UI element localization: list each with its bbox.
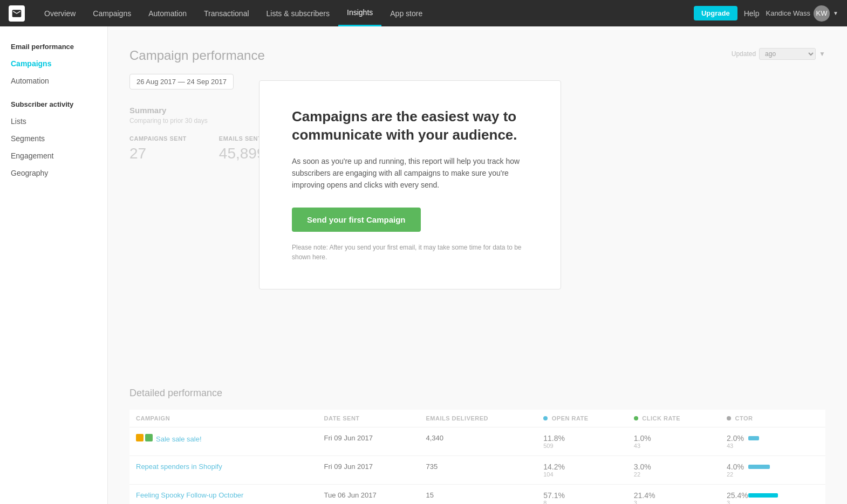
col-open-rate: OPEN RATE bbox=[537, 410, 627, 427]
campaign-name-link[interactable]: Repeat spenders in Shopify bbox=[136, 462, 222, 471]
nav-links: Overview Campaigns Automation Transactio… bbox=[36, 0, 694, 26]
td-date-sent: Fri 09 Jun 2017 bbox=[318, 427, 420, 456]
nav-lists-subscribers[interactable]: Lists & subscribers bbox=[258, 0, 338, 26]
col-ctor: CTOR bbox=[720, 410, 825, 427]
table-row: Feeling Spooky Follow-up OctoberTue 06 J… bbox=[129, 485, 825, 505]
campaign-type-icon bbox=[145, 434, 153, 441]
sidebar-item-lists[interactable]: Lists bbox=[0, 113, 107, 130]
click-rate-icon bbox=[634, 416, 638, 420]
sidebar-item-geography[interactable]: Geography bbox=[0, 164, 107, 182]
td-ctor: 25.4% 3 bbox=[720, 485, 825, 505]
nav-automation[interactable]: Automation bbox=[140, 0, 195, 26]
ctor-bar bbox=[748, 436, 759, 440]
table-body: Sale sale sale!Fri 09 Jun 20174,34011.8%… bbox=[129, 427, 825, 505]
user-avatar: KW bbox=[814, 5, 830, 22]
sidebar-section-subscriber-activity: Subscriber activity bbox=[0, 100, 107, 113]
updated-label: Updated bbox=[732, 50, 756, 58]
main-wrapper: Email performance Campaigns Automation S… bbox=[0, 26, 847, 504]
campaign-name-link[interactable]: Feeling Spooky Follow-up October bbox=[136, 491, 243, 499]
td-click-rate: 3.0%22 bbox=[627, 456, 720, 485]
td-campaign: Repeat spenders in Shopify bbox=[129, 456, 318, 485]
chevron-down-icon: ▼ bbox=[819, 50, 825, 58]
ctor-bar bbox=[748, 465, 770, 469]
table-row: Repeat spenders in ShopifyFri 09 Jun 201… bbox=[129, 456, 825, 485]
td-emails-delivered: 15 bbox=[419, 485, 537, 505]
updated-badge: Updated ago 1 hour ago 24 hours ago ▼ bbox=[732, 48, 825, 60]
sidebar-item-engagement[interactable]: Engagement bbox=[0, 147, 107, 164]
td-emails-delivered: 4,340 bbox=[419, 427, 537, 456]
stat-label-emails-sent: EMAILS SENT bbox=[219, 135, 265, 142]
modal-body: As soon as you're up and running, this r… bbox=[292, 155, 528, 191]
td-click-rate: 1.0%43 bbox=[627, 427, 720, 456]
main-content: Updated ago 1 hour ago 24 hours ago ▼ Ca… bbox=[108, 26, 847, 504]
col-campaign: CAMPAIGN bbox=[129, 410, 318, 427]
nav-campaigns[interactable]: Campaigns bbox=[84, 0, 140, 26]
stat-value-emails-sent: 45,899 bbox=[219, 145, 265, 162]
ctor-bar bbox=[748, 493, 778, 498]
td-click-rate: 21.4%3 bbox=[627, 485, 720, 505]
updated-select[interactable]: ago 1 hour ago 24 hours ago bbox=[759, 48, 816, 60]
campaign-promo-modal: Campaigns are the easiest way to communi… bbox=[259, 80, 561, 289]
td-date-sent: Tue 06 Jun 2017 bbox=[318, 485, 420, 505]
sidebar-item-campaigns[interactable]: Campaigns bbox=[0, 55, 107, 72]
sidebar-divider bbox=[0, 89, 107, 100]
date-range-picker[interactable]: 26 Aug 2017 — 24 Sep 2017 bbox=[129, 74, 234, 89]
modal-heading: Campaigns are the easiest way to communi… bbox=[292, 108, 528, 144]
open-rate-icon bbox=[543, 416, 548, 420]
stat-campaigns-sent: CAMPAIGNS SENT 27 bbox=[129, 135, 187, 172]
td-ctor: 2.0% 43 bbox=[720, 427, 825, 456]
modal-note: Please note: After you send your first e… bbox=[292, 243, 528, 262]
campaign-name-link[interactable]: Sale sale sale! bbox=[156, 435, 202, 443]
col-click-rate: CLICK RATE bbox=[627, 410, 720, 427]
td-emails-delivered: 735 bbox=[419, 456, 537, 485]
user-menu-chevron: ▼ bbox=[833, 10, 838, 16]
td-date-sent: Fri 09 Jun 2017 bbox=[318, 456, 420, 485]
upgrade-button[interactable]: Upgrade bbox=[694, 6, 737, 20]
nav-appstore[interactable]: App store bbox=[381, 0, 431, 26]
table-header: CAMPAIGN DATE SENT EMAILS DELIVERED OPEN… bbox=[129, 410, 825, 427]
page-title: Campaign performance bbox=[129, 48, 825, 63]
sidebar-section-email-performance: Email performance bbox=[0, 43, 107, 55]
col-date-sent: DATE SENT bbox=[318, 410, 420, 427]
user-menu[interactable]: Kandice Wass KW ▼ bbox=[766, 5, 838, 22]
nav-insights[interactable]: Insights bbox=[338, 0, 381, 26]
sidebar-item-automation[interactable]: Automation bbox=[0, 72, 107, 89]
td-campaign: Feeling Spooky Follow-up October bbox=[129, 485, 318, 505]
stat-value-campaigns-sent: 27 bbox=[129, 145, 187, 162]
td-ctor: 4.0% 22 bbox=[720, 456, 825, 485]
col-emails-delivered: EMAILS DELIVERED bbox=[419, 410, 537, 427]
app-logo[interactable] bbox=[9, 5, 25, 22]
user-name-label: Kandice Wass bbox=[766, 9, 810, 17]
nav-transactional[interactable]: Transactional bbox=[195, 0, 258, 26]
campaign-type-icon bbox=[136, 434, 144, 441]
td-campaign: Sale sale sale! bbox=[129, 427, 318, 456]
nav-overview[interactable]: Overview bbox=[36, 0, 84, 26]
td-open-rate: 14.2%104 bbox=[537, 456, 627, 485]
table-row: Sale sale sale!Fri 09 Jun 20174,34011.8%… bbox=[129, 427, 825, 456]
td-open-rate: 57.1%8 bbox=[537, 485, 627, 505]
detailed-performance-section: Detailed performance CAMPAIGN DATE SENT … bbox=[129, 388, 825, 504]
help-link[interactable]: Help bbox=[744, 9, 760, 18]
top-right-area: Upgrade Help Kandice Wass KW ▼ bbox=[694, 5, 838, 22]
sidebar-item-segments[interactable]: Segments bbox=[0, 130, 107, 147]
send-first-campaign-button[interactable]: Send your first Campaign bbox=[292, 208, 421, 232]
stat-emails-sent: EMAILS SENT 45,899 bbox=[219, 135, 265, 172]
stat-label-campaigns-sent: CAMPAIGNS SENT bbox=[129, 135, 187, 142]
td-open-rate: 11.8%509 bbox=[537, 427, 627, 456]
top-navigation: Overview Campaigns Automation Transactio… bbox=[0, 0, 847, 26]
performance-table: CAMPAIGN DATE SENT EMAILS DELIVERED OPEN… bbox=[129, 410, 825, 504]
sidebar: Email performance Campaigns Automation S… bbox=[0, 26, 108, 504]
detailed-performance-title: Detailed performance bbox=[129, 388, 825, 399]
ctor-icon bbox=[727, 416, 731, 420]
